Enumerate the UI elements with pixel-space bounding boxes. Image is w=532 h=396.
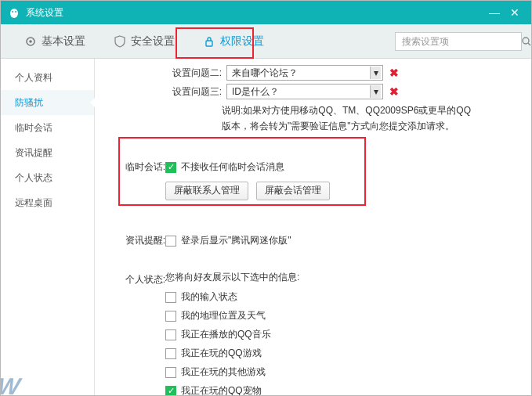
delete-q2-button[interactable]: ✖ <box>388 67 400 79</box>
question2-select[interactable]: 来自哪个论坛？ ▾ <box>226 65 383 81</box>
temp-session-checkbox[interactable] <box>165 162 176 173</box>
tab-label: 安全设置 <box>131 34 175 49</box>
status-item-label: 我正在玩的QQ宠物 <box>181 384 262 396</box>
status-check-3[interactable] <box>165 348 176 359</box>
sidebar-item-label: 临时会话 <box>15 121 52 135</box>
chevron-down-icon: ▾ <box>370 85 381 98</box>
status-item-label: 我正在玩的其他游戏 <box>181 365 266 379</box>
tab-permission[interactable]: 权限设置 <box>189 24 278 59</box>
svg-line-7 <box>528 43 530 45</box>
content: 设置问题二: 来自哪个论坛？ ▾ ✖ 设置问题三: ID是什么？ ▾ ✖ 说明:… <box>95 59 531 396</box>
tab-label: 基本设置 <box>42 34 85 49</box>
sidebar-item-label: 远程桌面 <box>15 196 52 210</box>
sidebar-item-label: 资讯提醒 <box>15 146 52 160</box>
search-box[interactable] <box>395 32 522 51</box>
sidebar-item-status[interactable]: 个人状态 <box>1 165 94 190</box>
body: 个人资料 防骚扰 临时会话 资讯提醒 个人状态 远程桌面 设置问题二: 来自哪个… <box>1 59 531 396</box>
question3-value: ID是什么？ <box>232 85 279 99</box>
block-sessions-button[interactable]: 屏蔽会话管理 <box>256 182 330 200</box>
tabbar: 基本设置 安全设置 权限设置 <box>1 24 531 59</box>
news-checkbox[interactable] <box>165 236 176 247</box>
temp-session-checkbox-label: 不接收任何临时会话消息 <box>181 160 284 174</box>
tab-security[interactable]: 安全设置 <box>100 24 189 59</box>
block-contacts-button[interactable]: 屏蔽联系人管理 <box>165 182 248 200</box>
gear-icon <box>24 35 37 48</box>
sidebar-item-label: 个人状态 <box>15 171 52 185</box>
close-button[interactable]: ✕ <box>505 1 525 24</box>
settings-window: 系统设置 — ✕ 基本设置 安全设置 权限设置 <box>0 0 532 396</box>
sidebar-item-session[interactable]: 临时会话 <box>1 115 94 140</box>
news-label: 资讯提醒: <box>109 232 165 247</box>
app-icon <box>7 5 21 20</box>
search-icon[interactable] <box>521 35 532 48</box>
delete-q3-button[interactable]: ✖ <box>388 85 400 98</box>
status-check-0[interactable] <box>165 292 176 303</box>
tab-basic[interactable]: 基本设置 <box>10 24 100 59</box>
status-item-label: 我的输入状态 <box>181 290 237 304</box>
svg-point-2 <box>15 11 16 13</box>
shield-icon <box>114 35 126 48</box>
svg-rect-5 <box>206 41 212 46</box>
status-check-1[interactable] <box>165 311 176 322</box>
status-item-label: 我正在玩的QQ游戏 <box>181 347 262 360</box>
status-item-label: 我的地理位置及天气 <box>181 309 266 322</box>
svg-point-0 <box>10 9 18 18</box>
svg-point-1 <box>12 11 13 13</box>
questions-desc: 说明:如果对方使用移动QQ、TM、QQ2009SP6或更早的QQ版本，将会转为"… <box>222 103 480 135</box>
svg-point-6 <box>523 38 529 44</box>
sidebar-item-label: 防骚扰 <box>15 96 43 110</box>
status-check-4[interactable] <box>165 367 176 378</box>
question3-select[interactable]: ID是什么？ ▾ <box>226 84 383 99</box>
status-check-2[interactable] <box>165 329 176 340</box>
window-title: 系统设置 <box>26 6 63 20</box>
news-checkbox-label: 登录后显示"腾讯网迷你版" <box>181 234 291 247</box>
minimize-button[interactable]: — <box>484 1 505 24</box>
status-intro: 您将向好友展示以下选中的信息: <box>165 271 299 288</box>
sidebar-item-harass[interactable]: 防骚扰 <box>1 90 94 115</box>
status-check-5[interactable] <box>165 386 176 396</box>
sidebar-item-remote[interactable]: 远程桌面 <box>1 190 94 215</box>
tab-label: 权限设置 <box>220 34 264 49</box>
sidebar-item-profile[interactable]: 个人资料 <box>1 65 94 90</box>
temp-session-label: 临时会话: <box>109 158 165 174</box>
sidebar-item-label: 个人资料 <box>15 71 52 85</box>
titlebar: 系统设置 — ✕ <box>1 1 531 24</box>
search-input[interactable] <box>400 35 521 48</box>
lock-icon <box>203 35 215 48</box>
question2-label: 设置问题二: <box>165 67 222 80</box>
sidebar: 个人资料 防骚扰 临时会话 资讯提醒 个人状态 远程桌面 <box>1 59 95 396</box>
chevron-down-icon: ▾ <box>370 67 381 79</box>
question2-value: 来自哪个论坛？ <box>232 67 298 80</box>
svg-point-4 <box>29 40 32 43</box>
status-item-label: 我正在播放的QQ音乐 <box>181 328 271 341</box>
question3-label: 设置问题三: <box>165 85 222 99</box>
sidebar-item-news[interactable]: 资讯提醒 <box>1 140 94 165</box>
status-label: 个人状态: <box>109 271 165 286</box>
